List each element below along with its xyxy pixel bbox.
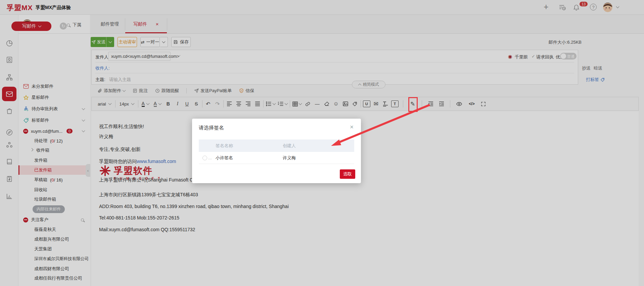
folder-internal-mail[interactable]: 内部往来邮件 xyxy=(18,204,90,214)
envelope-button[interactable]: ✉ xyxy=(372,100,380,108)
source-code-button[interactable]: </> xyxy=(467,100,477,108)
one-to-one-button[interactable]: ⇄ 一对一 xyxy=(140,37,160,47)
subject-input[interactable]: 请输入主题 xyxy=(109,77,131,83)
mail-module-icon[interactable] xyxy=(2,87,16,101)
send-button[interactable]: 发送 xyxy=(91,37,106,47)
customer-item[interactable]: 薇薇是秋天 xyxy=(18,225,90,234)
italic-button[interactable]: I xyxy=(174,100,181,108)
indent-button[interactable] xyxy=(438,100,445,108)
chevron-down-icon[interactable] xyxy=(616,5,619,8)
folder-pending[interactable]: 待处理 (0/ 12) xyxy=(18,136,90,146)
to-label[interactable]: 收件人: xyxy=(95,65,110,71)
org-structure-icon[interactable] xyxy=(6,74,13,81)
customer-item[interactable]: 深圳市威尔贝斯科技有限公司 xyxy=(18,254,90,263)
sidebar-item-unassigned-mail[interactable]: 未分发邮件 xyxy=(18,82,90,91)
community-icon[interactable] xyxy=(6,141,13,149)
bullet-list-button[interactable] xyxy=(266,100,276,108)
user-avatar[interactable] xyxy=(603,3,612,12)
font-size-select[interactable]: 14px xyxy=(118,99,136,108)
help-icon[interactable]: ? xyxy=(590,4,597,10)
folder-trash[interactable]: 回收站 xyxy=(18,185,90,195)
add-attachment-button[interactable]: 添加附件 xyxy=(97,88,125,94)
task-history-icon[interactable] xyxy=(559,4,566,11)
highlight-color-button[interactable]: A xyxy=(152,100,163,108)
follow-reminder-button[interactable]: 跟随提醒 xyxy=(155,88,179,94)
bold-button[interactable]: B xyxy=(165,100,172,108)
folder-inbox[interactable]: 收件箱 xyxy=(18,146,90,155)
chevron-down-icon[interactable] xyxy=(82,118,85,122)
insert-text-button[interactable] xyxy=(382,100,389,108)
customer-item[interactable]: 成都任我行有限责任公司 xyxy=(18,274,90,283)
discover-compass-icon[interactable] xyxy=(6,129,13,136)
strikethrough-button[interactable]: S xyxy=(193,100,200,108)
from-select[interactable]: xuym.cd<xuym.cd@fumasoft.com> xyxy=(108,52,171,61)
align-left-button[interactable] xyxy=(226,100,233,108)
tab-compose[interactable]: 写邮件 × xyxy=(125,15,167,33)
chevron-right-icon[interactable] xyxy=(30,148,34,152)
folder-outbox[interactable]: 发件箱 xyxy=(18,156,90,165)
numbered-list-button[interactable] xyxy=(278,100,288,108)
send-paypal-button[interactable]: 发送PayPal账单 xyxy=(194,88,232,94)
stamp-tag-button[interactable] xyxy=(351,100,359,108)
fullscreen-button[interactable] xyxy=(479,100,487,108)
close-icon[interactable]: × xyxy=(156,21,159,27)
template-button[interactable]: U xyxy=(363,100,370,107)
one-to-one-options-button[interactable] xyxy=(160,37,168,47)
customer-item[interactable]: 天罡集团 xyxy=(18,244,90,254)
request-review-button[interactable]: 主动请审 xyxy=(118,37,137,47)
sidebar-item-starred-mail[interactable]: 星标邮件 xyxy=(18,93,90,102)
underline-button[interactable]: U xyxy=(183,100,191,108)
radio-button[interactable] xyxy=(202,156,207,160)
select-button[interactable]: 选取 xyxy=(340,169,355,179)
qianliyan-icon[interactable]: ◉ xyxy=(508,54,512,59)
insert-image-button[interactable] xyxy=(342,100,349,108)
align-right-button[interactable] xyxy=(244,100,252,108)
link-button[interactable] xyxy=(304,100,312,108)
qianliyan-label[interactable]: 千里眼 xyxy=(515,54,528,60)
contacts-icon[interactable] xyxy=(6,56,13,64)
compose-button[interactable]: 写邮件 xyxy=(11,22,51,31)
close-icon[interactable]: × xyxy=(350,123,354,131)
table-row[interactable]: ... 小许签名 许义梅 xyxy=(199,152,354,164)
emoji-button[interactable]: ☺ xyxy=(332,100,340,108)
chevron-down-icon[interactable] xyxy=(82,107,85,110)
sync-icon[interactable]: ↻ xyxy=(60,23,67,30)
tab-mail-management[interactable]: 邮件管理 xyxy=(94,15,125,33)
search-icon[interactable] xyxy=(67,24,70,27)
customer-item[interactable]: 成都四财有限公司 xyxy=(18,264,90,274)
sidebar-item-tagged-mail[interactable]: 标签邮件 xyxy=(18,116,90,125)
cc-link[interactable]: 抄送 xyxy=(582,65,591,71)
undo-button[interactable]: ↶ xyxy=(204,100,212,108)
folder-spam[interactable]: 垃圾邮件箱 xyxy=(18,195,90,204)
customer-item[interactable]: 成都新兴有限公司 xyxy=(18,235,90,244)
folder-drafts[interactable]: 草稿箱 (0/ 16) xyxy=(18,175,90,185)
priority-toggle[interactable]: 普通 xyxy=(560,53,577,59)
xinbao-button[interactable]: 信保 xyxy=(239,88,254,94)
annotate-button[interactable]: 批注 xyxy=(133,88,148,94)
eraser-button[interactable] xyxy=(323,100,330,108)
table-button[interactable] xyxy=(292,100,302,108)
subordinate-link[interactable]: 下属 xyxy=(73,22,81,28)
dashboard-pie-icon[interactable] xyxy=(6,40,13,47)
horizontal-rule-button[interactable]: — xyxy=(314,100,321,108)
sidebar-item-approval-list[interactable]: 待办审批列表 xyxy=(18,104,90,114)
bcc-link[interactable]: 暗送 xyxy=(594,65,602,71)
billing-clipboard-icon[interactable] xyxy=(6,175,13,182)
tag-mail-link[interactable]: 打标签 xyxy=(586,77,605,83)
redo-button[interactable]: ↷ xyxy=(214,100,221,108)
add-icon[interactable]: + xyxy=(544,2,549,12)
search-icon[interactable] xyxy=(81,218,84,221)
font-family-select[interactable]: arial xyxy=(96,99,113,108)
preview-eye-button[interactable] xyxy=(455,100,463,108)
font-color-button[interactable]: A xyxy=(140,100,150,108)
reports-chart-icon[interactable] xyxy=(6,193,13,200)
send-options-button[interactable] xyxy=(106,37,114,47)
knowledge-book-icon[interactable] xyxy=(6,158,13,165)
sidebar-collapse-handle[interactable]: ‹ xyxy=(86,164,90,177)
folder-sent[interactable]: 已发件箱 xyxy=(18,165,90,175)
sidebar-followed-customers[interactable]: 关注客户 xyxy=(18,215,90,224)
bell-icon[interactable] xyxy=(573,3,580,11)
website-link[interactable]: www.fumasoft.com xyxy=(137,159,176,164)
chevron-down-icon[interactable] xyxy=(82,129,85,132)
sidebar-account[interactable]: xuym.cd@fum... 0 xyxy=(18,126,90,136)
